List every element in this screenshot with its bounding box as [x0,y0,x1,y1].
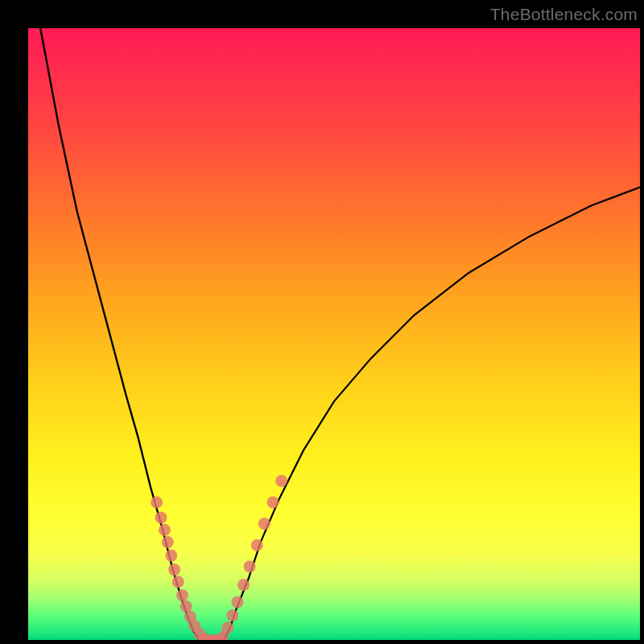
data-marker [258,518,270,530]
data-marker [226,609,238,621]
data-marker [244,560,256,572]
data-marker [168,564,180,576]
data-marker [275,475,287,487]
data-marker [176,589,188,601]
watermark-text: TheBottleneck.com [490,5,638,24]
data-marker [251,539,263,551]
data-marker [162,536,174,548]
data-marker [151,497,163,509]
data-marker [172,576,184,588]
data-marker [231,596,243,608]
marker-layer [151,475,287,640]
data-marker [221,621,233,634]
data-marker [237,579,250,591]
data-marker [159,524,171,536]
plot-area [28,28,640,640]
right-curve [224,188,640,640]
curve-layer [28,28,640,640]
data-marker [155,512,167,524]
left-curve [40,28,200,640]
data-marker [165,550,177,562]
data-marker [180,601,192,613]
data-marker [267,497,279,509]
chart-frame: TheBottleneck.com [0,0,644,644]
